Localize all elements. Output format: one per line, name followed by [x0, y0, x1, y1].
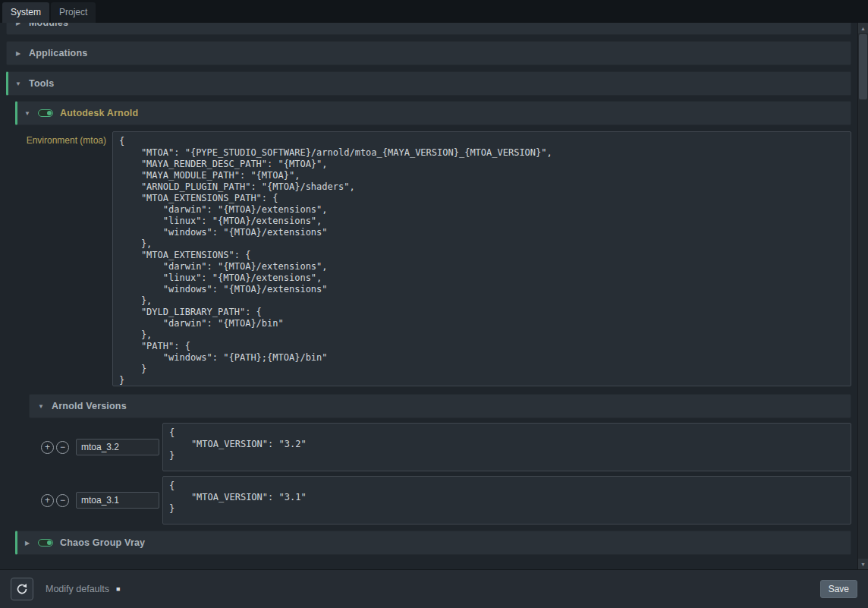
add-version-button[interactable]: +: [41, 494, 54, 507]
section-header-arnold-versions[interactable]: ▼ Arnold Versions: [29, 394, 851, 418]
group-label-autodesk-arnold: Autodesk Arnold: [60, 108, 138, 118]
chevron-right-icon: ▶: [24, 540, 31, 547]
refresh-icon: [16, 583, 28, 595]
chevron-down-icon: ▼: [37, 403, 45, 410]
version-row-buttons: + −: [29, 494, 69, 507]
group-header-autodesk-arnold[interactable]: ▼ Autodesk Arnold: [15, 101, 851, 125]
environment-field-row: Environment (mtoa) { "MTOA": "{PYPE_STUD…: [15, 131, 851, 386]
scroll-down-button[interactable]: ▼: [858, 559, 868, 569]
section-header-modules[interactable]: ▶ Modules: [6, 23, 851, 35]
modify-defaults-label: Modify defaults: [46, 584, 109, 594]
arnold-versions-section: ▼ Arnold Versions + − { "MTOA_VERSION": …: [29, 394, 851, 525]
section-header-applications[interactable]: ▶ Applications: [6, 41, 851, 65]
settings-scroll-area: ▶ Modules ▶ Applications ▼ Tools ▼ Autod…: [0, 23, 868, 569]
section-label-modules: Modules: [29, 23, 68, 28]
version-json-textarea[interactable]: { "MTOA_VERSION": "3.1" }: [162, 476, 851, 525]
footer-bar: Modify defaults ■ Save: [0, 569, 868, 608]
refresh-button[interactable]: [11, 578, 33, 600]
tab-system[interactable]: System: [2, 2, 49, 23]
scrollbar-thumb[interactable]: [859, 34, 867, 99]
section-header-tools[interactable]: ▼ Tools: [6, 71, 851, 96]
modify-defaults-checkbox[interactable]: ■: [116, 586, 120, 593]
tab-project[interactable]: Project: [51, 2, 96, 23]
section-label-tools: Tools: [29, 78, 54, 89]
settings-window: System Project ▶ Modules ▶ Applications …: [0, 0, 868, 608]
version-row: + − { "MTOA_VERSION": "3.1" }: [29, 476, 851, 525]
version-row-buttons: + −: [29, 441, 69, 454]
section-label-applications: Applications: [29, 48, 87, 58]
group-label-chaos-group-vray: Chaos Group Vray: [60, 537, 145, 548]
version-key-input[interactable]: [76, 492, 159, 509]
add-version-button[interactable]: +: [41, 441, 54, 454]
settings-content: ▶ Modules ▶ Applications ▼ Tools ▼ Autod…: [0, 23, 857, 569]
environment-json-textarea[interactable]: { "MTOA": "{PYPE_STUDIO_SOFTWARE}/arnold…: [112, 131, 851, 386]
remove-version-button[interactable]: −: [56, 441, 69, 454]
remove-version-button[interactable]: −: [56, 494, 69, 507]
environment-field-label: Environment (mtoa): [15, 131, 112, 386]
group-header-chaos-group-vray[interactable]: ▶ Chaos Group Vray: [15, 531, 851, 555]
version-row: + − { "MTOA_VERSION": "3.2" }: [29, 423, 851, 471]
vray-enabled-toggle[interactable]: [38, 539, 53, 547]
chevron-down-icon: ▼: [14, 80, 22, 87]
chevron-right-icon: ▶: [14, 23, 22, 27]
save-button[interactable]: Save: [820, 580, 857, 598]
version-json-textarea[interactable]: { "MTOA_VERSION": "3.2" }: [162, 423, 851, 471]
chevron-down-icon: ▼: [24, 110, 31, 117]
section-label-arnold-versions: Arnold Versions: [52, 401, 127, 411]
vertical-scrollbar: ▲ ▼: [857, 23, 868, 569]
tab-bar: System Project: [0, 0, 868, 23]
scroll-up-button[interactable]: ▲: [858, 23, 868, 33]
chevron-right-icon: ▶: [14, 50, 22, 57]
tools-section-body: ▼ Autodesk Arnold Environment (mtoa) { "…: [15, 101, 851, 555]
version-key-input[interactable]: [76, 439, 159, 455]
arnold-enabled-toggle[interactable]: [38, 109, 53, 117]
